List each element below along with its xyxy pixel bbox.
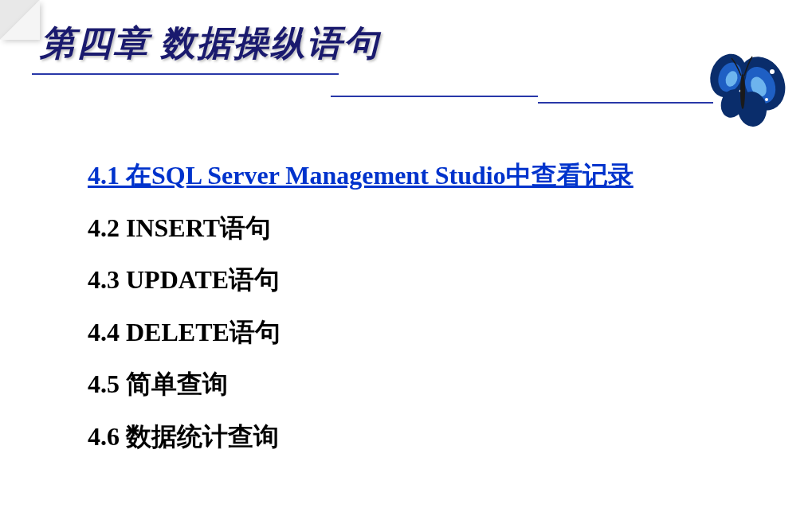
toc-item-4-4[interactable]: 4.4 DELETE语句 bbox=[88, 310, 812, 356]
butterfly-icon bbox=[696, 44, 792, 131]
toc-item-4-3[interactable]: 4.3 UPDATE语句 bbox=[88, 257, 812, 303]
svg-point-8 bbox=[770, 69, 775, 74]
underline-segment-3 bbox=[538, 102, 713, 104]
title-underline-decoration bbox=[32, 73, 780, 105]
toc-item-4-5[interactable]: 4.5 简单查询 bbox=[88, 362, 812, 408]
page-corner-fold bbox=[0, 0, 40, 40]
underline-segment-2 bbox=[331, 96, 538, 97]
toc-item-4-1[interactable]: 4.1 在SQL Server Management Studio中查看记录 bbox=[88, 153, 812, 199]
toc-item-4-6[interactable]: 4.6 数据统计查询 bbox=[88, 414, 812, 460]
svg-point-9 bbox=[765, 98, 768, 101]
table-of-contents: 4.1 在SQL Server Management Studio中查看记录 4… bbox=[0, 105, 812, 460]
chapter-title: 第四章 数据操纵语句 bbox=[40, 20, 780, 67]
svg-point-10 bbox=[740, 74, 745, 109]
toc-item-4-2[interactable]: 4.2 INSERT语句 bbox=[88, 205, 812, 252]
slide-header: 第四章 数据操纵语句 bbox=[0, 0, 812, 105]
underline-segment-1 bbox=[32, 73, 339, 75]
